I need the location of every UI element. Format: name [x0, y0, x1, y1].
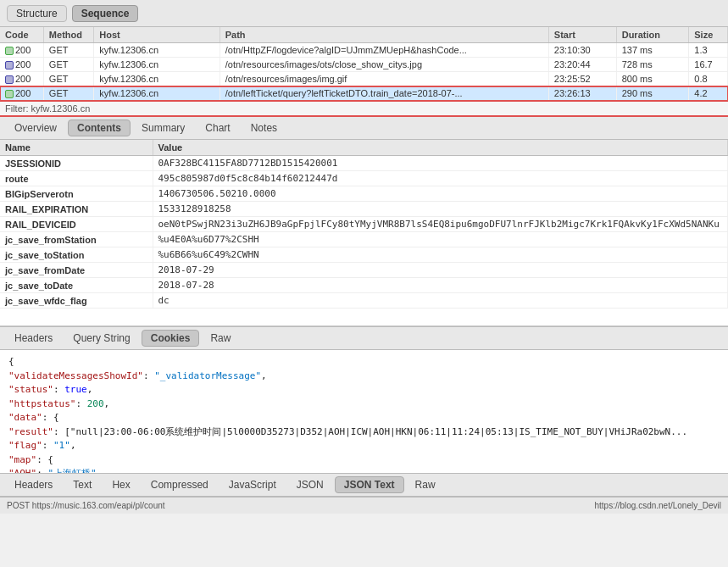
- network-row[interactable]: 200 GET kyfw.12306.cn /otn/HttpZF/logdev…: [0, 43, 728, 58]
- col-start: Start: [548, 27, 616, 43]
- cell-code: 200: [0, 72, 43, 86]
- bottom-tab-headers[interactable]: Headers: [5, 476, 62, 493]
- cell-duration: 800 ms: [616, 72, 689, 86]
- content-tab-contents[interactable]: Contents: [68, 120, 131, 136]
- network-row[interactable]: 200 GET kyfw.12306.cn /otn/resources/ima…: [0, 72, 728, 86]
- content-tab-overview[interactable]: Overview: [5, 120, 66, 136]
- filter-text: Filter: kyfw.12306.cn: [5, 103, 90, 114]
- cell-host: kyfw.12306.cn: [94, 43, 220, 58]
- cookie-name: JSESSIONID: [0, 156, 153, 171]
- table-header-row: Code Method Host Path Start Duration Siz…: [0, 27, 728, 43]
- cell-method: GET: [43, 86, 93, 101]
- cell-path: /otn/resources/images/img.gif: [220, 72, 548, 86]
- sub-tab-query-string[interactable]: Query String: [64, 330, 139, 347]
- cookie-name: jc_save_toStation: [0, 247, 153, 263]
- cookie-value: 495c805987d0f5c8c84b14f60212447d: [153, 171, 728, 186]
- bottom-tab-json-text[interactable]: JSON Text: [335, 476, 404, 493]
- network-table: Code Method Host Path Start Duration Siz…: [0, 27, 728, 102]
- cookie-name: RAIL_DEVICEID: [0, 217, 153, 232]
- cell-path: /otn/HttpZF/logdevice?algID=UJmmZMUepH&h…: [220, 43, 548, 58]
- cell-method: GET: [43, 72, 93, 86]
- cookie-value: %u4E0A%u6D77%2CSHH: [153, 232, 728, 247]
- status-right: https://blog.csdn.net/Lonely_Devil: [594, 501, 721, 510]
- bottom-tab-raw[interactable]: Raw: [406, 476, 445, 493]
- cell-host: kyfw.12306.cn: [94, 72, 220, 86]
- bottom-tab-hex[interactable]: Hex: [103, 476, 139, 493]
- content-tab-notes[interactable]: Notes: [242, 120, 286, 136]
- cookie-row: jc_save_toDate 2018-07-28: [0, 278, 728, 293]
- cookie-value: 2018-07-28: [153, 278, 728, 293]
- col-path: Path: [220, 27, 548, 43]
- network-row[interactable]: 200 GET kyfw.12306.cn /otn/leftTicket/qu…: [0, 86, 728, 101]
- bottom-tab-javascript[interactable]: JavaScript: [220, 476, 286, 493]
- sub-tab-cookies[interactable]: Cookies: [142, 330, 200, 347]
- cookie-row: JSESSIONID 0AF328BC4115FA8D7712BD1515420…: [0, 156, 728, 171]
- cookie-row: RAIL_DEVICEID oeN0tPSwjRN23i3uZH6JB9aGpF…: [0, 217, 728, 232]
- cookie-row: RAIL_EXPIRATION 1533128918258: [0, 202, 728, 217]
- cell-size: 0.8: [689, 72, 728, 86]
- cell-code: 200: [0, 43, 43, 58]
- sub-tab-headers[interactable]: Headers: [5, 330, 62, 347]
- cell-start: 23:25:52: [548, 72, 616, 86]
- network-row[interactable]: 200 GET kyfw.12306.cn /otn/resources/ima…: [0, 58, 728, 72]
- structure-tab[interactable]: Structure: [7, 5, 67, 22]
- cell-duration: 728 ms: [616, 58, 689, 72]
- cell-method: GET: [43, 43, 93, 58]
- bottom-tab-compressed[interactable]: Compressed: [142, 476, 218, 493]
- col-host: Host: [94, 27, 220, 43]
- bottom-tabs-bar: HeadersTextHexCompressedJavaScriptJSONJS…: [0, 473, 728, 497]
- content-tab-chart[interactable]: Chart: [196, 120, 239, 136]
- cookies-area[interactable]: Name Value JSESSIONID 0AF328BC4115FA8D77…: [0, 140, 728, 326]
- col-value-header: Value: [153, 140, 728, 156]
- bottom-tab-text[interactable]: Text: [64, 476, 101, 493]
- status-icon: [5, 75, 14, 84]
- col-duration: Duration: [616, 27, 689, 43]
- cell-start: 23:10:30: [548, 43, 616, 58]
- filter-bar: Filter: kyfw.12306.cn: [0, 102, 728, 117]
- json-line: "AOH": "上海虹桥",: [8, 467, 720, 473]
- sub-tabs-bar: HeadersQuery StringCookiesRaw: [0, 326, 728, 350]
- cookie-name: route: [0, 171, 153, 186]
- cookie-name: jc_save_fromStation: [0, 232, 153, 247]
- cell-start: 23:26:13: [548, 86, 616, 101]
- cookies-header-row: Name Value: [0, 140, 728, 156]
- cookie-value: 2018-07-29: [153, 263, 728, 278]
- cell-size: 16.7: [689, 58, 728, 72]
- cell-duration: 290 ms: [616, 86, 689, 101]
- col-method: Method: [43, 27, 93, 43]
- json-line: "flag": "1",: [8, 439, 720, 453]
- cookie-value: %u6B66%u6C49%2CWHN: [153, 247, 728, 263]
- cookie-name: jc_save_toDate: [0, 278, 153, 293]
- cookie-row: jc_save_fromStation %u4E0A%u6D77%2CSHH: [0, 232, 728, 247]
- cell-size: 4.2: [689, 86, 728, 101]
- json-line: "map": {: [8, 453, 720, 468]
- json-line: "result": ["null|23:00-06:00系统维护时间|5l000…: [8, 425, 720, 440]
- cookie-row: jc_save_toStation %u6B66%u6C49%2CWHN: [0, 247, 728, 263]
- sub-tab-raw[interactable]: Raw: [201, 330, 240, 347]
- col-name-header: Name: [0, 140, 153, 156]
- json-area: { "validateMessagesShowId": "_validatorM…: [0, 350, 728, 473]
- cell-code: 200: [0, 58, 43, 72]
- cell-duration: 137 ms: [616, 43, 689, 58]
- cell-host: kyfw.12306.cn: [94, 86, 220, 101]
- cookie-row: jc_save_wfdc_flag dc: [0, 293, 728, 309]
- json-line: "httpstatus": 200,: [8, 397, 720, 412]
- content-tab-summary[interactable]: Summary: [132, 120, 194, 136]
- main-window: Structure Sequence Code Method Host Path…: [0, 0, 728, 567]
- cookie-row: BIGipServerotn 1406730506.50210.0000: [0, 186, 728, 202]
- top-toolbar: Structure Sequence: [0, 0, 728, 27]
- cookie-value: dc: [153, 293, 728, 309]
- cell-host: kyfw.12306.cn: [94, 58, 220, 72]
- content-tabs-bar: OverviewContentsSummaryChartNotes: [0, 117, 728, 140]
- cell-code: 200: [0, 86, 43, 101]
- cookie-value: 1533128918258: [153, 202, 728, 217]
- cell-size: 1.3: [689, 43, 728, 58]
- json-line: "data": {: [8, 411, 720, 425]
- bottom-tab-json[interactable]: JSON: [287, 476, 333, 493]
- status-icon: [5, 90, 14, 98]
- cell-start: 23:20:44: [548, 58, 616, 72]
- cell-path: /otn/leftTicket/query?leftTicketDTO.trai…: [220, 86, 548, 101]
- sequence-tab[interactable]: Sequence: [72, 5, 139, 22]
- json-line: "status": true,: [8, 383, 720, 397]
- cell-method: GET: [43, 58, 93, 72]
